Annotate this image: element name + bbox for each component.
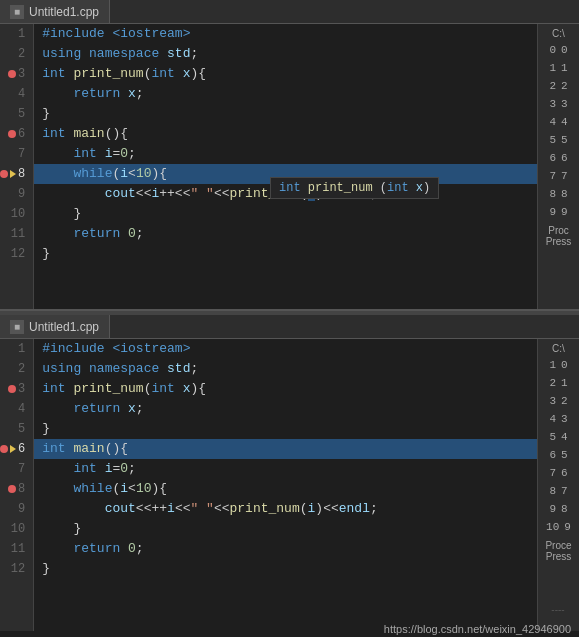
line-num-1-7: 7 [0,144,29,164]
panel-2: ■ Untitled1.cpp 1 2 3 4 5 6 7 8 9 10 11 … [0,315,579,637]
line-num-2-7: 7 [0,459,29,479]
code-line-1-12: } [34,244,579,264]
code-line-2-6: int main(){ [34,439,579,459]
line-num-2-11: 11 [0,539,29,559]
breakpoint-6-2 [0,445,8,453]
line-num-2-6: 6 [0,439,29,459]
line-num-1-10: 10 [0,204,29,224]
out2-row-4: 54 [546,428,571,446]
right-panel-2: C:\ 10 21 32 43 54 65 76 87 98 109 Proce… [537,339,579,631]
out-row-5-1: 55 [549,131,567,149]
code-line-2-7: int i=0; [34,459,579,479]
breakpoint-3-1 [8,70,16,78]
line-num-1-9: 9 [0,184,29,204]
code-lines-2[interactable]: #include <iostream> using namespace std;… [34,339,579,631]
out-row-7-1: 77 [549,167,567,185]
line-num-2-3: 3 [0,379,29,399]
terminal-icon-2: C:\ [552,343,565,354]
line-num-1-3: 3 [0,64,29,84]
panel-1: ■ Untitled1.cpp 1 2 3 4 5 6 7 8 9 10 11 … [0,0,579,311]
code-line-2-3: int print_num(int x){ [34,379,579,399]
editor-area-1: 1 2 3 4 5 6 7 8 9 10 11 12 #include <ios… [0,24,579,309]
line-num-1-8: 8 [0,164,29,184]
press-label-1: Press [546,236,572,247]
out2-row-5: 65 [546,446,571,464]
out-row-8-1: 88 [549,185,567,203]
gutter-1: 1 2 3 4 5 6 7 8 9 10 11 12 [0,24,34,309]
out-row-0-1: 00 [549,41,567,59]
dashes-separator: ---- [537,604,579,615]
url-bar: https://blog.csdn.net/weixin_42946900 [384,623,571,635]
code-line-2-9: cout<<++i<<" "<<print_num(i)<<endl; [34,499,579,519]
right-panel-1: C:\ 00 11 22 33 44 55 66 77 88 99 Proc P… [537,24,579,309]
code-line-2-4: return x; [34,399,579,419]
code-line-1-11: return 0; [34,224,579,244]
code-line-1-7: int i=0; [34,144,579,164]
out-row-3-1: 33 [549,95,567,113]
line-num-2-12: 12 [0,559,29,579]
line-num-2-9: 9 [0,499,29,519]
gutter-2: 1 2 3 4 5 6 7 8 9 10 11 12 [0,339,34,631]
out2-row-9: 109 [546,518,571,536]
tab-bar-2: ■ Untitled1.cpp [0,315,579,339]
line-num-2-4: 4 [0,399,29,419]
code-line-1-10: } [34,204,579,224]
output-numbers-1: 00 11 22 33 44 55 66 77 88 99 [549,41,567,221]
line-num-2-2: 2 [0,359,29,379]
line-num-2-5: 5 [0,419,29,439]
line-num-1-1: 1 [0,24,29,44]
file-icon-2: ■ [10,320,24,334]
code-line-2-2: using namespace std; [34,359,579,379]
code-line-2-11: return 0; [34,539,579,559]
code-line-1-6: int main(){ [34,124,579,144]
out2-row-1: 21 [546,374,571,392]
code-line-2-5: } [34,419,579,439]
proc-label-2: Proce [545,540,571,551]
line-num-1-6: 6 [0,124,29,144]
code-line-2-12: } [34,559,579,579]
code-line-1-4: return x; [34,84,579,104]
code-lines-1[interactable]: #include <iostream> using namespace std;… [34,24,579,309]
code-line-1-5: } [34,104,579,124]
tab-bar-1: ■ Untitled1.cpp [0,0,579,24]
code-line-1-2: using namespace std; [34,44,579,64]
out2-row-6: 76 [546,464,571,482]
press-label-2: Press [546,551,572,562]
editor-area-2: 1 2 3 4 5 6 7 8 9 10 11 12 #include <ios… [0,339,579,631]
file-icon-1: ■ [10,5,24,19]
out-row-4-1: 44 [549,113,567,131]
proc-label-1: Proc [548,225,569,236]
tab-label-2: Untitled1.cpp [29,320,99,334]
out2-row-0: 10 [546,356,571,374]
line-num-1-4: 4 [0,84,29,104]
tab-label-1: Untitled1.cpp [29,5,99,19]
line-num-1-12: 12 [0,244,29,264]
debug-arrow-2 [10,445,16,453]
output-numbers-2: 10 21 32 43 54 65 76 87 98 109 [546,356,571,536]
tooltip-1: int print_num (int x) [270,177,439,199]
out-row-2-1: 22 [549,77,567,95]
code-line-2-8: while(i<10){ [34,479,579,499]
code-line-1-3: int print_num(int x){ [34,64,579,84]
line-num-1-5: 5 [0,104,29,124]
out-row-9-1: 99 [549,203,567,221]
tab-1[interactable]: ■ Untitled1.cpp [0,0,110,23]
breakpoint-6-1 [8,130,16,138]
breakpoint-8-1 [0,170,8,178]
breakpoint-3-2 [8,385,16,393]
line-num-1-2: 2 [0,44,29,64]
code-line-1-1: #include <iostream> [34,24,579,44]
breakpoint-8-2 [8,485,16,493]
out2-row-7: 87 [546,482,571,500]
line-num-2-10: 10 [0,519,29,539]
out-row-6-1: 66 [549,149,567,167]
out2-row-2: 32 [546,392,571,410]
out2-row-3: 43 [546,410,571,428]
out2-row-8: 98 [546,500,571,518]
url-text: https://blog.csdn.net/weixin_42946900 [384,623,571,635]
out-row-1-1: 11 [549,59,567,77]
code-line-2-1: #include <iostream> [34,339,579,359]
line-num-2-8: 8 [0,479,29,499]
tab-2[interactable]: ■ Untitled1.cpp [0,315,110,338]
code-line-2-10: } [34,519,579,539]
